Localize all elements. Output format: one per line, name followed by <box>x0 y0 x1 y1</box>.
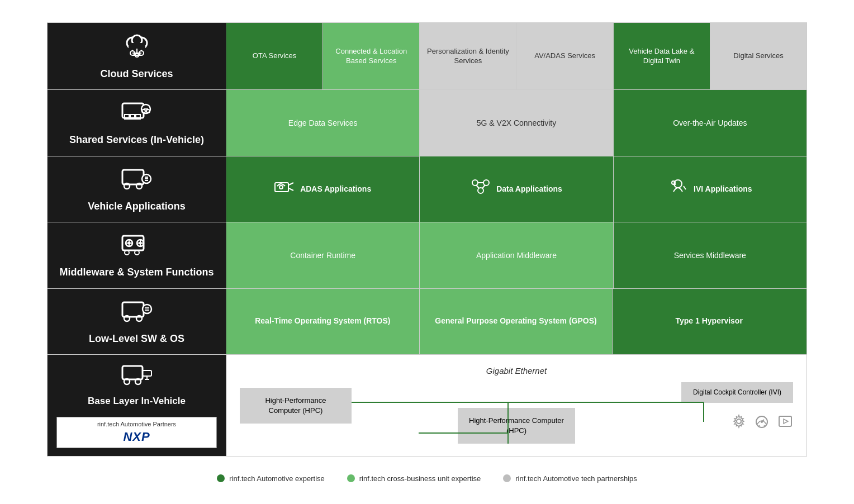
svg-point-31 <box>483 180 489 186</box>
mw-cell-1: Application Middleware <box>420 222 613 288</box>
partner-label: rinf.tech Automotive Partners <box>64 421 210 427</box>
svg-rect-21 <box>122 170 144 184</box>
svg-line-77 <box>764 425 765 426</box>
lowlevel-label-cell: Low-Level SW & OS <box>48 289 226 354</box>
legend-item-2: rinf.tech Automotive tech partnerships <box>503 474 637 483</box>
middleware-row: Middleware & System Functions Container … <box>48 222 806 288</box>
shared-services-icon <box>120 99 154 129</box>
hpc2-container: Hight-Performance Computer (HPC) <box>458 408 575 444</box>
svg-line-39 <box>684 186 686 189</box>
svg-line-35 <box>482 185 485 188</box>
cloud-cell-3: AV/ADAS Services <box>517 23 614 89</box>
svg-point-37 <box>672 181 675 184</box>
base-layer-label-cell: Base Layer In-Vehicle rinf.tech Automoti… <box>48 355 226 456</box>
legend-item-1: rinf.tech cross-business unit expertise <box>347 474 481 483</box>
svg-marker-79 <box>784 419 788 424</box>
hardware-section: Hight-Performance Computer (HPC) Hight-P… <box>240 380 793 444</box>
lowlevel-icon <box>120 298 154 328</box>
vapp-cell-ivi: IVI Applications <box>614 156 806 222</box>
gear-icon <box>732 414 746 432</box>
shared-services-title: Shared Services (In-Vehicle) <box>69 134 204 146</box>
middleware-cells: Container Runtime Application Middleware… <box>226 222 806 288</box>
nxp-logo: NXP <box>64 430 210 444</box>
cloud-services-row: Cloud Services OTA Services Connected & … <box>48 23 806 90</box>
svg-rect-59 <box>122 366 143 379</box>
middleware-label-cell: Middleware & System Functions <box>48 222 226 288</box>
base-right-area: Gigabit Ethernet <box>226 355 806 456</box>
middleware-title: Middleware & System Functions <box>59 266 214 279</box>
mw-cell-0: Container Runtime <box>226 222 420 288</box>
svg-line-34 <box>476 185 479 188</box>
svg-point-48 <box>139 242 141 245</box>
adas-icon <box>274 178 295 200</box>
legend-dot-gray <box>503 474 511 482</box>
diagram-container: Cloud Services OTA Services Connected & … <box>36 0 818 504</box>
lowlevel-row: Low-Level SW & OS Real-Time Operating Sy… <box>48 289 806 355</box>
cloud-cell-0: OTA Services <box>226 23 323 89</box>
legend-item-0: rinf.tech Automotive expertise <box>217 474 325 483</box>
cloud-cell-5: Digital Services <box>710 23 806 89</box>
data-apps-icon <box>471 178 491 200</box>
svg-rect-78 <box>779 416 791 426</box>
ll-cell-1: General Purpose Operating System (GPOS) <box>420 289 613 354</box>
sub-icons-row <box>732 414 793 432</box>
hpc1-box: Hight-Performance Computer (HPC) <box>240 388 352 424</box>
svg-point-75 <box>761 421 763 423</box>
vehicle-apps-cells: ADAS Applications Data Application <box>226 156 806 222</box>
shared-cell-1: 5G & V2X Connectivity <box>420 90 613 155</box>
svg-line-38 <box>675 184 676 185</box>
lowlevel-cells: Real-Time Operating System (RTOS) Genera… <box>226 289 806 354</box>
cloud-cell-1: Connected & Location Based Services <box>323 23 420 89</box>
vehicle-apps-icon <box>120 165 154 196</box>
cloud-cell-4: Vehicle Data Lake & Digital Twin <box>614 23 710 89</box>
dashboard-icon <box>754 414 770 432</box>
partner-box: rinf.tech Automotive Partners NXP <box>56 417 217 448</box>
middleware-icon <box>120 231 154 261</box>
legend-dot-dark-green <box>217 474 225 482</box>
hpc2-box: Hight-Performance Computer (HPC) <box>458 408 575 444</box>
shared-services-cells: Edge Data Services 5G & V2X Connectivity… <box>226 90 806 155</box>
shared-services-label-cell: Shared Services (In-Vehicle) <box>48 90 226 155</box>
vapp-cell-adas: ADAS Applications <box>226 156 420 222</box>
ll-cell-2: Type 1 Hypervisor <box>613 289 806 354</box>
svg-point-32 <box>478 188 483 193</box>
vapp-cell-data: Data Applications <box>420 156 613 222</box>
vehicle-apps-row: Vehicle Applications ADAS Applications <box>48 156 806 222</box>
vehicle-apps-title: Vehicle Applications <box>88 200 185 213</box>
cloud-cell-2: Personalization & Identity Services <box>420 23 516 89</box>
svg-point-29 <box>279 186 283 189</box>
cloud-services-title: Cloud Services <box>100 68 173 80</box>
dcc-box: Digital Cockpit Controller (IVI) <box>681 382 793 403</box>
base-layer-title: Base Layer In-Vehicle <box>88 396 186 407</box>
shared-services-row: Shared Services (In-Vehicle) Edge Data S… <box>48 90 806 156</box>
svg-rect-52 <box>122 302 144 317</box>
lowlevel-title: Low-Level SW & OS <box>89 332 184 345</box>
base-layer-row: Base Layer In-Vehicle rinf.tech Automoti… <box>48 355 806 456</box>
cloud-services-icon <box>120 32 154 63</box>
base-layer-icon <box>121 363 153 392</box>
svg-point-30 <box>472 180 478 186</box>
architecture-diagram: Cloud Services OTA Services Connected & … <box>47 22 807 457</box>
cloud-services-label-cell: Cloud Services <box>48 23 226 89</box>
gigabit-label: Gigabit Ethernet <box>240 366 793 375</box>
svg-line-76 <box>759 425 760 426</box>
legend: rinf.tech Automotive expertise rinf.tech… <box>47 474 807 483</box>
svg-point-72 <box>737 419 741 424</box>
cloud-services-cells: OTA Services Connected & Location Based … <box>226 23 806 89</box>
right-hw-col: Digital Cockpit Controller (IVI) <box>681 380 793 432</box>
mw-cell-2: Services Middleware <box>614 222 806 288</box>
ivi-icon <box>668 178 688 200</box>
shared-cell-2: Over-the-Air Updates <box>614 90 806 155</box>
shared-cell-0: Edge Data Services <box>226 90 420 155</box>
ll-cell-0: Real-Time Operating System (RTOS) <box>226 289 420 354</box>
vehicle-apps-label-cell: Vehicle Applications <box>48 156 226 222</box>
svg-rect-62 <box>143 370 151 376</box>
legend-dot-light-green <box>347 474 355 482</box>
svg-point-44 <box>127 242 130 245</box>
play-icon <box>777 414 793 432</box>
